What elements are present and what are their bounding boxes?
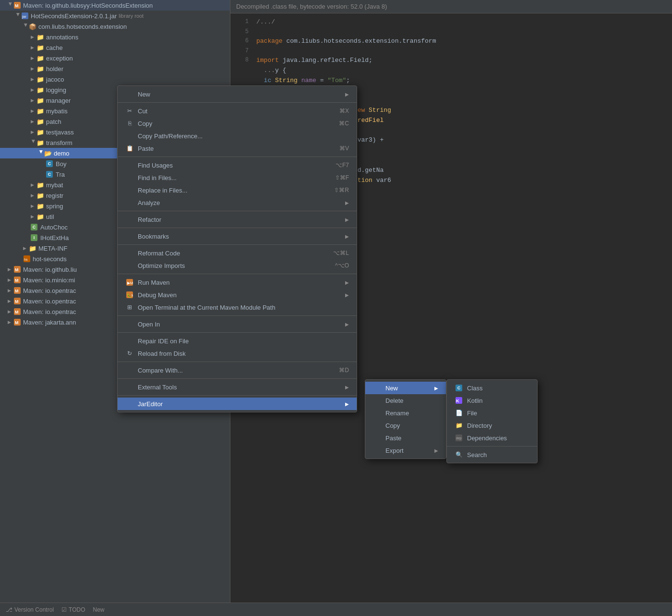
submenu-new-item[interactable]: New ▶	[365, 382, 446, 394]
menu-item-label: Copy	[138, 120, 339, 127]
menu-item-paste[interactable]: 📋 Paste ⌘V	[118, 142, 357, 155]
menu-item-open-in[interactable]: Open In ▶	[118, 318, 357, 330]
sidebar-item-label: mybatis	[46, 108, 68, 115]
reload-icon: ↻	[125, 349, 134, 358]
sidebar-item-maven-root[interactable]: ▶ M Maven: io.github.liubsyy:HotSecondsE…	[0, 0, 230, 11]
menu-item-compare[interactable]: Compare With... ⌘D	[118, 364, 357, 376]
menu-item-copy-path[interactable]: Copy Path/Reference...	[118, 130, 357, 142]
menu-item-new[interactable]: New ▶	[118, 88, 357, 100]
svg-text:M: M	[15, 3, 19, 8]
submenu-rename-item[interactable]: Rename	[365, 407, 446, 419]
class-icon: C	[46, 171, 53, 178]
submenu-arrow-icon: ▶	[345, 200, 349, 205]
menu-item-optimize[interactable]: Optimize Imports ^⌥O	[118, 259, 357, 272]
sidebar-item-exception[interactable]: ▶ 📁 exception	[0, 53, 230, 63]
menu-item-jar-editor[interactable]: JarEditor ▶	[118, 398, 357, 410]
submenu-dependencies-item[interactable]: dep Dependencies	[447, 432, 537, 444]
search-icon: 🔍	[455, 450, 463, 459]
bottom-bar-version-control[interactable]: ⎇ Version Control	[6, 606, 54, 613]
menu-item-refactor[interactable]: Refactor ▶	[118, 213, 357, 226]
sidebar-item-label: exception	[46, 55, 73, 62]
new-submenu-icon	[373, 384, 382, 392]
menu-item-reformat[interactable]: Reformat Code ⌥⌘L	[118, 247, 357, 259]
svg-text:M: M	[15, 289, 19, 293]
menu-item-label: Search	[467, 451, 529, 459]
menu-item-cut[interactable]: ✂ Cut ⌘X	[118, 105, 357, 117]
submenu-kotlin-item[interactable]: K Kotlin	[447, 394, 537, 407]
menu-item-bookmarks[interactable]: Bookmarks ▶	[118, 230, 357, 242]
arrow-icon: ▶	[8, 309, 13, 314]
submenu-class-item[interactable]: C Class	[447, 382, 537, 394]
menu-item-label: Find Usages	[138, 162, 336, 169]
submenu-copy-item[interactable]: Copy	[365, 419, 446, 432]
menu-item-run-maven[interactable]: ▶M Run Maven ▶	[118, 276, 357, 289]
svg-text:🐛M: 🐛M	[127, 293, 133, 298]
menu-item-find-usages[interactable]: Find Usages ⌥F7	[118, 159, 357, 171]
arrow-icon: ▶	[8, 267, 13, 272]
replace-icon	[125, 186, 134, 194]
menu-item-debug-maven[interactable]: 🐛M Debug Maven ▶	[118, 289, 357, 301]
folder-icon: 📁	[36, 139, 44, 146]
arrow-icon: ▶	[23, 246, 29, 251]
submenu-search-item[interactable]: 🔍 Search	[447, 448, 537, 461]
menu-item-label: Find in Files...	[138, 174, 335, 181]
menu-separator	[118, 102, 357, 103]
submenu-export-item[interactable]: Export ▶	[365, 444, 446, 457]
sidebar-item-label: Boy	[56, 160, 66, 168]
folder-icon: 📁	[36, 97, 44, 104]
menu-item-find-in-files[interactable]: Find in Files... ⇧⌘F	[118, 171, 357, 184]
arrow-icon: ▶	[31, 66, 36, 71]
svg-text:M: M	[15, 310, 19, 314]
compare-icon	[125, 366, 134, 374]
menu-item-repair-ide[interactable]: Repair IDE on File	[118, 335, 357, 347]
menu-item-label: Analyze	[138, 199, 345, 206]
menu-item-label: Kotlin	[467, 397, 529, 404]
submenu-delete-item[interactable]: Delete	[365, 394, 446, 407]
submenu-arrow-icon: ▶	[345, 292, 349, 298]
submenu-file-item[interactable]: 📄 File	[447, 407, 537, 419]
folder-icon: 📁	[36, 44, 44, 51]
sidebar-item-label: cache	[46, 44, 63, 51]
submenu-paste-item[interactable]: Paste	[365, 432, 446, 444]
todo-label: TODO	[69, 606, 85, 613]
class-c-icon: C	[31, 224, 37, 230]
sidebar-item-sublabel: library root	[119, 13, 144, 19]
menu-item-reload[interactable]: ↻ Reload from Disk	[118, 347, 357, 360]
sidebar-item-cache[interactable]: ▶ 📁 cache	[0, 42, 230, 53]
jar-editor-icon	[125, 399, 134, 408]
bottom-bar-new[interactable]: New	[93, 606, 105, 613]
submenu-directory-item[interactable]: 📁 Directory	[447, 419, 537, 432]
submenu-arrow-icon: ▶	[345, 401, 349, 407]
bottom-bar-todo[interactable]: ☑ TODO	[61, 606, 85, 613]
arrow-icon: ▶	[8, 288, 13, 293]
sidebar-item-label: annotations	[46, 34, 78, 41]
maven-icon: M	[13, 297, 21, 305]
sidebar-item-jar[interactable]: ▶ jar HotSecondsExtension-2.0.1.jar libr…	[0, 11, 230, 21]
copy-path-icon	[125, 132, 134, 140]
sidebar-item-annotations[interactable]: ▶ 📁 annotations	[0, 32, 230, 42]
menu-item-copy[interactable]: ⎘ Copy ⌘C	[118, 117, 357, 130]
folder-icon: 📁	[36, 107, 44, 115]
sidebar-item-com-pkg[interactable]: ▶ 📦 com.liubs.hotseconds.extension	[0, 21, 230, 32]
sidebar-item-label: Maven: io.github.liu	[23, 266, 77, 273]
sidebar-item-label: IHotExtHa	[40, 234, 69, 242]
menu-item-label: Paste	[385, 435, 438, 442]
submenu-arrow-icon: ▶	[345, 234, 349, 239]
sidebar-item-label: spring	[46, 203, 63, 210]
sidebar-item-label: demo	[54, 150, 70, 157]
submenu-new: New ▶ Delete Rename Copy Paste Export ▶	[365, 379, 446, 459]
menu-item-label: Optimize Imports	[138, 262, 335, 269]
sidebar-item-jacoco[interactable]: ▶ 📁 jacoco	[0, 74, 230, 85]
submenu-arrow-icon: ▶	[434, 448, 438, 453]
menu-item-open-terminal[interactable]: ⊞ Open Terminal at the Current Maven Mod…	[118, 301, 357, 314]
context-menu: New ▶ ✂ Cut ⌘X ⎘ Copy ⌘C Copy Path/Refer…	[117, 85, 357, 412]
sidebar-item-label: logging	[46, 86, 66, 94]
menu-item-analyze[interactable]: Analyze ▶	[118, 196, 357, 209]
submenu-arrow-icon: ▶	[345, 92, 349, 97]
menu-item-label: Repair IDE on File	[138, 338, 349, 345]
sidebar-item-holder[interactable]: ▶ 📁 holder	[0, 63, 230, 74]
arrow-icon: ▶	[31, 56, 36, 60]
submenu-arrow-icon: ▶	[345, 217, 349, 222]
menu-item-replace-in-files[interactable]: Replace in Files... ⇧⌘R	[118, 184, 357, 196]
menu-item-external-tools[interactable]: External Tools ▶	[118, 381, 357, 393]
